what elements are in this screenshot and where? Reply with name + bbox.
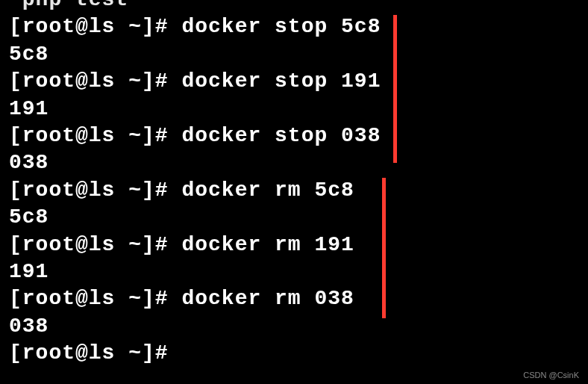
annotation-bar [382,178,386,318]
prompt: [root@ls ~]# [9,15,181,38]
prompt: [root@ls ~]# [9,341,181,365]
output-line: 5c8 [9,41,579,68]
command-line: [root@ls ~]# docker rm 5c8 [9,177,579,204]
partial-line: php test [9,0,579,13]
output-line: 038 [9,313,579,340]
prompt: [root@ls ~]# [9,124,181,147]
prompt: [root@ls ~]# [9,233,181,256]
terminal-output[interactable]: php test [root@ls ~]# docker stop 5c8 5c… [0,0,588,367]
command-text: docker stop 038 [181,124,381,147]
command-text: docker rm 038 [181,287,354,310]
command-line: [root@ls ~]# docker stop 038 [9,123,579,149]
command-text: docker stop 191 [181,69,381,93]
prompt: [root@ls ~]# [9,287,181,310]
command-text: docker stop 5c8 [181,15,381,38]
command-text: docker rm 5c8 [181,179,354,202]
prompt: [root@ls ~]# [9,69,181,93]
output-line: 191 [9,258,579,285]
command-line: [root@ls ~]# docker rm 191 [9,232,579,258]
output-line: 038 [9,149,579,176]
command-line: [root@ls ~]# [9,340,579,367]
command-line: [root@ls ~]# docker stop 5c8 [9,13,579,40]
annotation-bar [393,15,397,163]
command-line: [root@ls ~]# docker rm 038 [9,285,579,312]
command-line: [root@ls ~]# docker stop 191 [9,68,579,95]
watermark: CSDN @CsinK [523,371,579,380]
output-line: 5c8 [9,204,579,231]
command-text: docker rm 191 [181,233,354,256]
prompt: [root@ls ~]# [9,179,181,202]
output-line: 191 [9,96,579,123]
